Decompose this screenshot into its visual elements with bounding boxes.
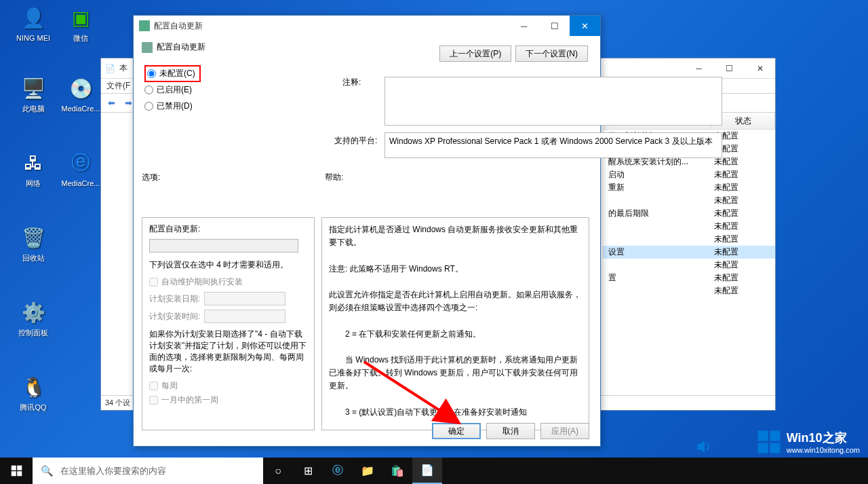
install-day-combo[interactable] — [204, 292, 285, 305]
install-time-label: 计划安装时间: — [149, 311, 200, 322]
start-button[interactable] — [0, 458, 33, 484]
taskbar-search[interactable]: 🔍 在这里输入你要搜索的内容 — [33, 458, 263, 484]
options-note: 下列设置仅在选中 4 时才需要和适用。 — [149, 259, 307, 271]
options-label: 选项: — [142, 172, 160, 183]
qq-icon: 🐧 — [20, 373, 47, 401]
gpedit-title: 本 — [119, 62, 127, 74]
desktop-icon-control[interactable]: ⚙️控制面板 — [9, 299, 57, 337]
windows-logo-icon — [757, 430, 781, 454]
comment-textarea[interactable] — [384, 77, 722, 126]
search-placeholder: 在这里输入你要搜索的内容 — [60, 465, 166, 477]
list-item[interactable]: 的最后期限未配置 — [603, 207, 775, 220]
install-time-combo[interactable] — [204, 310, 285, 323]
dialog-close-button[interactable]: ✕ — [570, 16, 600, 36]
policy-icon — [139, 20, 150, 31]
back-button[interactable]: ⬅ — [104, 96, 119, 111]
watermark-title: Win10之家 — [787, 430, 860, 446]
explorer-icon[interactable]: 📁 — [353, 458, 382, 484]
radio-disabled-label: 已禁用(D) — [157, 100, 193, 112]
maximize-button[interactable]: ☐ — [714, 58, 745, 79]
recycle-icon: 🗑️ — [20, 224, 47, 251]
help-p3: 此设置允许你指定是否在此计算机上启用自动更新。如果启用该服务，则必须在组策略设置… — [329, 288, 582, 314]
weekly-label: 每周 — [161, 380, 178, 392]
network-icon: 🖧 — [20, 149, 47, 176]
list-item[interactable]: 未配置 — [603, 194, 775, 207]
ok-button[interactable]: 确定 — [432, 423, 481, 439]
install-day-label: 计划安装日期: — [149, 293, 200, 305]
dialog-maximize-button[interactable]: ☐ — [539, 16, 570, 36]
radio-enabled[interactable] — [144, 86, 153, 94]
radio-not-configured[interactable] — [147, 69, 156, 78]
notepad-icon: 📄 — [105, 64, 115, 73]
help-p6: 3 = (默认设置)自动下载更新并在准备好安装时通知 — [329, 406, 582, 419]
dialog-title: 配置自动更新 — [154, 20, 203, 32]
help-label: 帮助: — [325, 172, 343, 183]
minimize-button[interactable]: ─ — [684, 58, 714, 79]
list-item[interactable]: 未配置 — [603, 284, 775, 297]
cancel-button[interactable]: 取消 — [486, 423, 535, 439]
next-setting-button[interactable]: 下一个设置(N) — [515, 45, 588, 62]
auto-maintenance-label: 自动维护期间执行安装 — [161, 276, 243, 288]
desktop-icon-thispc[interactable]: 🖥️此电脑 — [9, 75, 57, 113]
media-icon: 💿 — [67, 75, 94, 102]
desktop-icon-network[interactable]: 🖧网络 — [9, 149, 57, 188]
help-p5: 当 Windows 找到适用于此计算机的更新时，系统将通知用户更新已准备好下载。… — [329, 354, 582, 393]
radio-disabled[interactable] — [144, 102, 153, 111]
wechat-icon: ▣ — [67, 4, 94, 31]
options-panel: 配置自动更新: 下列设置仅在选中 4 时才需要和适用。 自动维护期间执行安装 计… — [142, 217, 315, 430]
svg-rect-5 — [11, 466, 16, 470]
desktop-icon-media1[interactable]: 💿MediaCre... — [57, 75, 104, 113]
list-item[interactable]: 置未配置 — [603, 272, 775, 284]
first-week-checkbox — [149, 396, 158, 405]
weekly-checkbox — [149, 381, 158, 390]
svg-rect-3 — [757, 443, 768, 453]
list-item[interactable]: 未配置 — [603, 233, 775, 246]
help-p1: 指定此计算机是否通过 Windows 自动更新服务接收安全更新和其他重要下载。 — [329, 223, 582, 249]
list-item[interactable]: 重新未配置 — [603, 181, 775, 194]
help-panel: 指定此计算机是否通过 Windows 自动更新服务接收安全更新和其他重要下载。 … — [321, 217, 589, 430]
search-icon: 🔍 — [41, 465, 54, 477]
gpedit-taskbar-icon[interactable]: 📄 — [412, 458, 442, 484]
policy-dialog: 配置自动更新 ─ ☐ ✕ 配置自动更新 上一个设置(P) 下一个设置(N) 未配… — [133, 15, 601, 447]
update-mode-combo[interactable] — [149, 239, 298, 253]
svg-rect-4 — [770, 443, 780, 453]
list-item[interactable]: 设置未配置 — [603, 246, 775, 259]
apply-button[interactable]: 应用(A) — [540, 423, 589, 439]
options-heading: 配置自动更新: — [149, 223, 307, 235]
desktop-icon-recycle[interactable]: 🗑️回收站 — [9, 224, 57, 263]
list-item[interactable]: 启动未配置 — [603, 168, 775, 181]
svg-rect-6 — [17, 466, 22, 470]
policy-small-icon — [142, 42, 153, 53]
edge-icon[interactable]: ⓔ — [323, 458, 353, 484]
platform-text: Windows XP Professional Service Pack 1 或… — [389, 136, 713, 146]
taskbar: 🔍 在这里输入你要搜索的内容 ○ ⊞ ⓔ 📁 🛍️ 📄 — [0, 458, 868, 484]
store-icon[interactable]: 🛍️ — [382, 458, 412, 484]
list-item[interactable]: 未配置 — [603, 220, 775, 233]
desktop-icon-media2[interactable]: ⓔMediaCre... — [57, 149, 104, 188]
dialog-minimize-button[interactable]: ─ — [509, 16, 539, 36]
first-week-label: 一月中的第一周 — [161, 394, 218, 406]
ie-icon: ⓔ — [67, 149, 94, 176]
desktop-icon-qq[interactable]: 🐧腾讯QQ — [9, 373, 57, 412]
computer-icon: 🖥️ — [20, 75, 47, 102]
svg-rect-1 — [757, 431, 768, 441]
desktop-icon-wechat[interactable]: ▣微信 — [57, 4, 104, 43]
highlight-annotation: 未配置(C) — [144, 65, 201, 82]
watermark-url: www.win10xitong.com — [787, 446, 860, 454]
taskview-icon[interactable]: ⊞ — [293, 458, 323, 484]
desktop-icon-user[interactable]: 👤NING MEI — [9, 4, 57, 43]
control-panel-icon: ⚙️ — [20, 299, 47, 326]
list-item[interactable]: 未配置 — [603, 259, 775, 272]
platform-label: 支持的平台: — [334, 135, 377, 147]
cortana-icon[interactable]: ○ — [263, 458, 293, 484]
comment-label: 注释: — [342, 77, 361, 88]
platform-textarea[interactable]: Windows XP Professional Service Pack 1 或… — [384, 132, 722, 158]
menu-file[interactable]: 文件(F — [106, 80, 130, 92]
auto-maintenance-checkbox — [149, 278, 158, 286]
help-p2: 注意: 此策略不适用于 Windows RT。 — [329, 263, 582, 276]
close-button[interactable]: ✕ — [745, 58, 775, 79]
radio-not-configured-label: 未配置(C) — [159, 68, 195, 79]
svg-rect-8 — [17, 471, 22, 476]
speaker-icon — [696, 439, 713, 454]
previous-setting-button[interactable]: 上一个设置(P) — [439, 45, 511, 62]
